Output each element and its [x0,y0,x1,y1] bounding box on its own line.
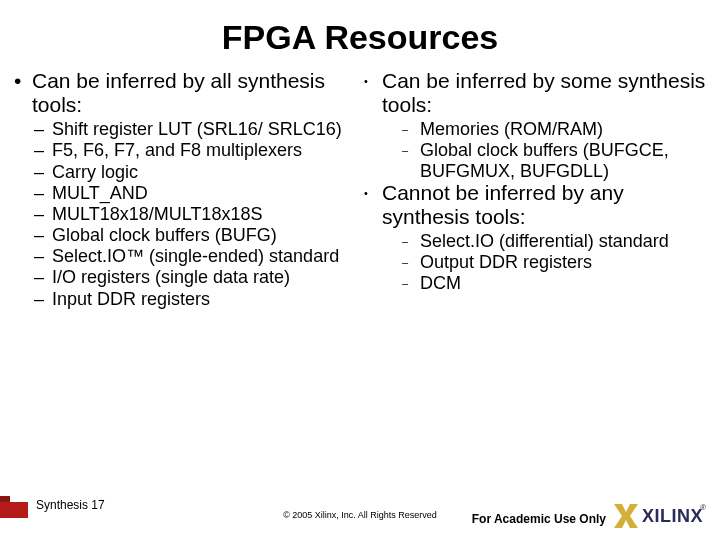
bullet-dash-icon: – [402,256,420,268]
left-item: –Select.IO™ (single-ended) standard [14,246,356,266]
slide: FPGA Resources •Can be inferred by all s… [0,0,720,540]
left-item: –Shift register LUT (SRL16/ SRLC16) [14,119,356,139]
slide-title: FPGA Resources [0,0,720,63]
right-item: –Output DDR registers [364,252,706,272]
left-item: –Carry logic [14,162,356,182]
left-item-text: MULT_AND [52,183,148,203]
bullet-dot-icon: • [364,75,382,88]
footer-copyright: © 2005 Xilinx, Inc. All Rights Reserved [283,510,437,520]
bullet-dash-icon: – [402,235,420,247]
left-item-text: Carry logic [52,162,138,182]
left-item-text: MULT18x18/MULT18x18S [52,204,262,224]
accent-bar-icon [0,502,28,518]
left-heading: •Can be inferred by all synthesis tools: [14,69,356,117]
right-item: –Select.IO (differential) standard [364,231,706,251]
content-area: •Can be inferred by all synthesis tools:… [0,63,720,309]
left-item-text: Input DDR registers [52,289,210,309]
bullet-dash-icon: – [34,204,52,224]
footer-academic: For Academic Use Only [472,512,606,526]
left-item-text: Global clock buffers (BUFG) [52,225,277,245]
left-item-text: Select.IO™ (single-ended) standard [52,246,339,266]
left-item-text: Shift register LUT (SRL16/ SRLC16) [52,119,342,139]
right-heading-text: Can be inferred by some synthesis tools: [382,69,705,116]
bullet-dash-icon: – [402,144,420,156]
bullet-dash-icon: – [402,123,420,135]
right-heading: •Can be inferred by some synthesis tools… [364,69,706,117]
left-item: –MULT_AND [14,183,356,203]
bullet-dash-icon: – [34,162,52,182]
right-item-text: Global clock buffers (BUFGCE, BUFGMUX, B… [420,140,669,180]
logo-reg: ® [700,503,706,512]
bullet-dash-icon: – [34,225,52,245]
logo-text: XILINX [642,506,703,526]
left-item-text: F5, F6, F7, and F8 multiplexers [52,140,302,160]
xilinx-logo-icon: XILINX ® [612,498,708,530]
footer-page-label: Synthesis 17 [36,498,105,512]
bullet-dash-icon: – [34,140,52,160]
left-column: •Can be inferred by all synthesis tools:… [14,69,362,309]
svg-marker-0 [614,504,638,528]
right-list: •Can be inferred by some synthesis tools… [364,69,706,294]
right-item: –Memories (ROM/RAM) [364,119,706,139]
right-item: –Global clock buffers (BUFGCE, BUFGMUX, … [364,140,706,180]
right-item-text: Output DDR registers [420,252,592,272]
left-item: –Input DDR registers [14,289,356,309]
left-item: –Global clock buffers (BUFG) [14,225,356,245]
right-item-text: DCM [420,273,461,293]
left-heading-text: Can be inferred by all synthesis tools: [32,69,325,116]
bullet-dot-icon: • [364,187,382,200]
bullet-dot-icon: • [14,69,32,93]
footer: Synthesis 17 © 2005 Xilinx, Inc. All Rig… [0,492,720,540]
left-item: –MULT18x18/MULT18x18S [14,204,356,224]
right-item-text: Select.IO (differential) standard [420,231,669,251]
right-item-text: Memories (ROM/RAM) [420,119,603,139]
left-item-text: I/O registers (single data rate) [52,267,290,287]
bullet-dash-icon: – [34,119,52,139]
bullet-dash-icon: – [402,277,420,289]
right-column: •Can be inferred by some synthesis tools… [362,69,706,309]
right-item: –DCM [364,273,706,293]
left-list: •Can be inferred by all synthesis tools:… [14,69,356,309]
bullet-dash-icon: – [34,267,52,287]
left-item: –I/O registers (single data rate) [14,267,356,287]
right-heading-text: Cannot be inferred by any synthesis tool… [382,181,624,228]
bullet-dash-icon: – [34,289,52,309]
bullet-dash-icon: – [34,183,52,203]
right-heading: •Cannot be inferred by any synthesis too… [364,181,706,229]
left-item: –F5, F6, F7, and F8 multiplexers [14,140,356,160]
bullet-dash-icon: – [34,246,52,266]
